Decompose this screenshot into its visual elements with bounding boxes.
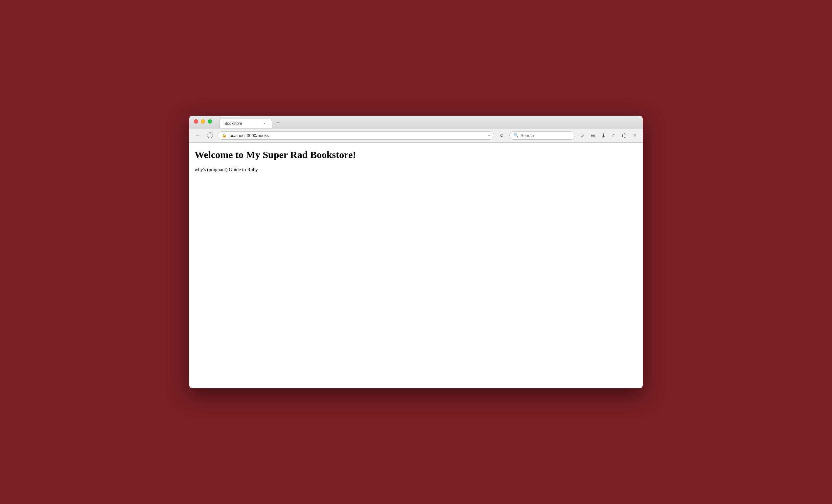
address-bar[interactable]: 🔒 localhost:3000/books ▾ [217,131,494,140]
browser-tab[interactable]: Bookstore Bookstore × [219,118,272,128]
reload-button[interactable]: ↻ [497,130,507,140]
search-bar[interactable]: 🔍 [509,131,575,140]
info-button[interactable]: i [205,130,215,140]
list-item: why's (poignant) Guide to Ruby [194,167,638,173]
browser-window: Bookstore Bookstore × + ← i 🔒 localhost:… [189,116,643,388]
page-content: Welcome to My Super Rad Bookstore! why's… [189,142,643,388]
tab-close-button[interactable]: × [262,121,267,126]
title-bar: Bookstore Bookstore × + [189,116,643,129]
menu-icon[interactable]: ≡ [630,131,640,140]
download-icon[interactable]: ⬇ [599,131,608,140]
bookmark-icon[interactable]: ☆ [578,131,587,140]
info-icon: i [207,132,213,138]
toolbar-icons: ☆ ▤ ⬇ ⌂ ⬡ ≡ [578,131,640,140]
search-input[interactable] [520,133,576,138]
tab-tooltip: Bookstore [220,116,241,117]
back-button[interactable]: ← [192,130,202,140]
minimize-button[interactable] [201,119,205,124]
tab-title: Bookstore [225,121,259,126]
maximize-button[interactable] [208,119,212,124]
address-bar-lock-icon: 🔒 [222,133,227,138]
page-heading: Welcome to My Super Rad Bookstore! [194,149,638,160]
tab-bar: Bookstore Bookstore × + [219,118,639,128]
new-tab-button[interactable]: + [274,118,283,128]
traffic-lights [194,119,212,124]
search-icon: 🔍 [514,133,519,138]
close-button[interactable] [194,119,198,124]
nav-bar: ← i 🔒 localhost:3000/books ▾ ↻ 🔍 ☆ ▤ ⬇ ⌂… [189,129,643,142]
home-icon[interactable]: ⌂ [609,131,618,140]
address-dropdown-icon[interactable]: ▾ [488,134,490,137]
address-text: localhost:3000/books [229,133,486,138]
pocket-icon[interactable]: ⬡ [620,131,629,140]
reader-view-icon[interactable]: ▤ [588,131,597,140]
